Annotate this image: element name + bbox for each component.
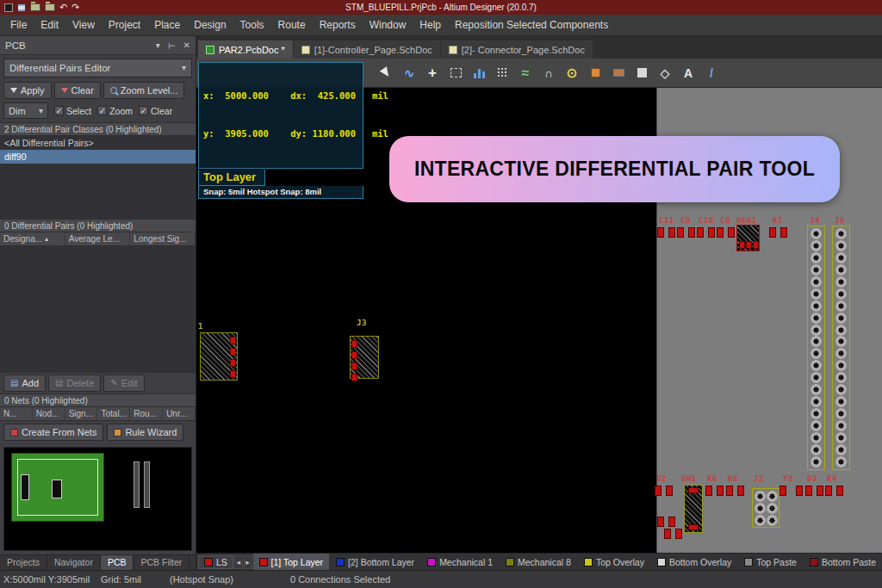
layer-tab-bottom-overlay[interactable]: Bottom Overlay: [651, 554, 737, 571]
component-icon[interactable]: [608, 63, 629, 84]
layer-tab-label: Mechanical 8: [518, 557, 571, 567]
pad-icon[interactable]: [585, 63, 606, 84]
nets-action-row: Create From Nets Rule Wizard: [0, 421, 196, 443]
pad: [836, 486, 843, 496]
delete-button[interactable]: Delete: [48, 374, 101, 392]
arc-icon[interactable]: [538, 63, 559, 84]
clear-checkbox[interactable]: Clear: [139, 106, 172, 116]
menu-route[interactable]: Route: [271, 15, 313, 34]
fill-icon[interactable]: [631, 63, 652, 84]
cursor-position: X:5000mil Y:3905mil: [3, 574, 101, 585]
panel-menu-icon[interactable]: [156, 41, 160, 50]
component-designator: J4: [810, 216, 820, 225]
menu-place[interactable]: Place: [147, 15, 187, 34]
tool-banner-text: INTERACTIVE DIFFERENTIAL PAIR TOOL: [414, 158, 815, 181]
polygon-icon[interactable]: [655, 63, 675, 84]
diff-pair-class-item[interactable]: <All Differential Pairs>: [0, 136, 196, 150]
menu-reports[interactable]: Reports: [313, 15, 363, 34]
add-icon: [10, 379, 18, 387]
preview-connector: [21, 474, 29, 500]
menu-edit[interactable]: Edit: [34, 15, 65, 34]
nets-column-header[interactable]: Total...: [97, 407, 130, 420]
panel-tab-pcb-filter[interactable]: PCB Filter: [134, 555, 189, 570]
crosshair-icon[interactable]: [422, 63, 443, 84]
apply-button[interactable]: Apply: [3, 82, 52, 99]
layer-tab-bottom-paste[interactable]: Bottom Paste: [804, 554, 882, 571]
cursor-icon[interactable]: [376, 63, 396, 84]
layer-tab-mechanical-8[interactable]: Mechanical 8: [500, 554, 577, 571]
edit-button[interactable]: Edit: [103, 374, 144, 392]
board-preview[interactable]: [3, 447, 192, 551]
menu-help[interactable]: Help: [413, 15, 448, 34]
panel-tab-pcb[interactable]: PCB: [101, 555, 134, 570]
doc-tab-par2-pcbdoc[interactable]: PAR2.PcbDoc *: [198, 40, 293, 59]
pairs-column-header[interactable]: Designa...▴: [0, 232, 65, 245]
pad: [666, 486, 673, 496]
component-designator: SW1: [681, 474, 697, 483]
layer-tab-top-overlay[interactable]: Top Overlay: [578, 554, 650, 571]
select-checkbox[interactable]: Select: [54, 106, 91, 116]
nets-column-header[interactable]: Nod...: [33, 407, 65, 420]
diff-pair-class-item[interactable]: diff90: [0, 150, 196, 164]
panel-close-icon[interactable]: [183, 41, 190, 50]
diff-pairs-list[interactable]: [0, 246, 196, 372]
open-folder-icon[interactable]: [30, 3, 40, 11]
rule-wizard-button[interactable]: Rule Wizard: [107, 424, 183, 441]
nets-column-header[interactable]: N...: [0, 407, 33, 420]
hud-active-layer: Top Layer: [198, 170, 265, 186]
panel-tab-projects[interactable]: Projects: [0, 555, 47, 570]
add-button[interactable]: Add: [3, 374, 46, 392]
panel-mode-dropdown[interactable]: Differential Pairs Editor: [3, 59, 192, 77]
doc-tab-1-controller-page-schdoc[interactable]: [1]-Controller_Page.SchDoc: [294, 40, 440, 59]
via-icon[interactable]: [562, 63, 582, 84]
menu-design[interactable]: Design: [187, 15, 233, 34]
grid-icon[interactable]: [492, 63, 512, 84]
nets-column-header[interactable]: Unr...: [163, 407, 196, 420]
menu-reposition-selected-components[interactable]: Reposition Selected Components: [448, 15, 615, 34]
line-icon[interactable]: [701, 63, 722, 84]
menu-window[interactable]: Window: [363, 15, 413, 34]
histogram-icon[interactable]: [469, 63, 489, 84]
delete-label: Delete: [66, 378, 94, 388]
layer-sets-dropdown[interactable]: LS: [198, 555, 233, 569]
component-j3: [350, 336, 379, 379]
component-c10: [697, 226, 715, 238]
save-icon[interactable]: [17, 3, 26, 12]
component-designator: R4: [827, 474, 837, 483]
option-checkboxes: SelectZoomClear: [54, 106, 172, 116]
layer-tab-1-top-layer[interactable]: [1] Top Layer: [253, 554, 330, 571]
layer-tab-2-bottom-layer[interactable]: [2] Bottom Layer: [330, 554, 420, 571]
panel-tab-navigator[interactable]: Navigator: [47, 555, 101, 570]
doc-tab-2-connector-page-schdoc[interactable]: [2]- Connector_Page.SchDoc: [441, 40, 593, 59]
menu-project[interactable]: Project: [102, 15, 147, 34]
layer-tab-top-paste[interactable]: Top Paste: [738, 554, 803, 571]
nets-column-header[interactable]: Sign...: [65, 407, 98, 420]
route-icon[interactable]: [399, 63, 419, 84]
pin-pad: [811, 372, 822, 383]
zoom-level-button[interactable]: Zoom Level...: [103, 82, 185, 99]
panel-pin-icon[interactable]: [168, 41, 176, 50]
clear-button[interactable]: Clear: [54, 82, 101, 99]
undo-icon[interactable]: [59, 2, 67, 13]
dim-dropdown[interactable]: Dim: [3, 102, 48, 119]
pin-pad: [811, 456, 822, 467]
menu-tools[interactable]: Tools: [233, 15, 271, 34]
new-folder-icon[interactable]: [45, 3, 55, 11]
pairs-column-header[interactable]: Longest Sig...: [130, 232, 196, 245]
zoom-checkbox[interactable]: Zoom: [97, 106, 133, 116]
create-from-nets-button[interactable]: Create From Nets: [3, 424, 103, 441]
component-pads: [657, 516, 675, 527]
select-area-icon[interactable]: [445, 63, 466, 84]
menu-file[interactable]: File: [3, 15, 34, 34]
hud-x-line: x: 5000.000 dx: 425.000 mil: [203, 90, 358, 102]
redo-icon[interactable]: [71, 2, 79, 13]
layer-tab-mechanical-1[interactable]: Mechanical 1: [421, 554, 499, 571]
nets-column-header[interactable]: Rou...: [130, 407, 163, 420]
pairs-column-header[interactable]: Average Le...: [65, 232, 131, 245]
menu-view[interactable]: View: [65, 15, 102, 34]
string-icon[interactable]: [678, 63, 699, 84]
dim-options-row: Dim SelectZoomClear: [0, 101, 196, 122]
scroll-layers-right-icon[interactable]: [244, 555, 252, 569]
scroll-layers-left-icon[interactable]: [234, 555, 243, 569]
diff-pair-icon[interactable]: [515, 63, 536, 84]
